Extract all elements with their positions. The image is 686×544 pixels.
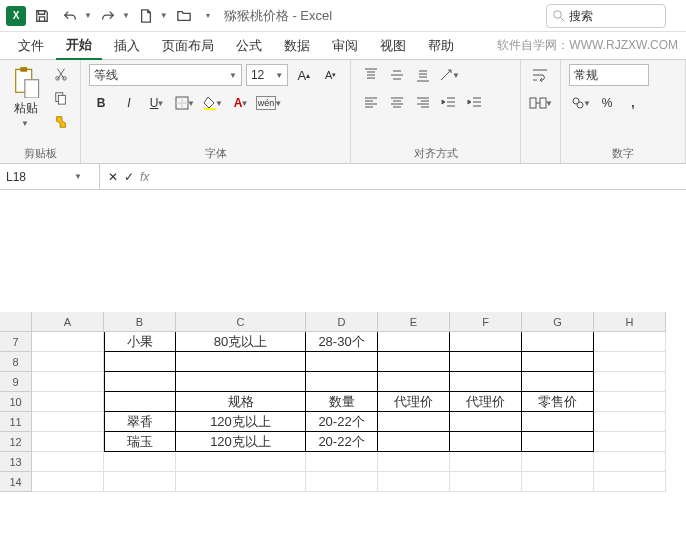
- col-header[interactable]: B: [104, 312, 176, 332]
- format-painter-button[interactable]: [50, 112, 72, 132]
- italic-button[interactable]: I: [117, 92, 141, 114]
- undo-dropdown-icon[interactable]: ▼: [84, 11, 92, 20]
- cell[interactable]: 代理价: [378, 392, 450, 412]
- col-header[interactable]: C: [176, 312, 306, 332]
- copy-button[interactable]: [50, 88, 72, 108]
- tab-review[interactable]: 审阅: [322, 33, 368, 59]
- col-header[interactable]: H: [594, 312, 666, 332]
- tab-layout[interactable]: 页面布局: [152, 33, 224, 59]
- paste-button[interactable]: 粘贴 ▼: [8, 64, 44, 132]
- cell[interactable]: [594, 372, 666, 392]
- tab-insert[interactable]: 插入: [104, 33, 150, 59]
- row-header[interactable]: 11: [0, 412, 32, 432]
- cell[interactable]: [306, 452, 378, 472]
- font-name-combo[interactable]: 等线▼: [89, 64, 242, 86]
- row-header[interactable]: 10: [0, 392, 32, 412]
- border-button[interactable]: ▼: [173, 92, 197, 114]
- cell[interactable]: [522, 332, 594, 352]
- cell[interactable]: [32, 332, 104, 352]
- col-header[interactable]: A: [32, 312, 104, 332]
- row-header[interactable]: 13: [0, 452, 32, 472]
- search-input[interactable]: 搜索: [546, 4, 666, 28]
- cell[interactable]: [32, 372, 104, 392]
- increase-font-button[interactable]: A▴: [292, 64, 315, 86]
- fill-color-button[interactable]: ▼: [201, 92, 225, 114]
- cell[interactable]: [306, 352, 378, 372]
- tab-formulas[interactable]: 公式: [226, 33, 272, 59]
- redo-dropdown-icon[interactable]: ▼: [122, 11, 130, 20]
- col-header[interactable]: G: [522, 312, 594, 332]
- cell[interactable]: [594, 412, 666, 432]
- tab-file[interactable]: 文件: [8, 33, 54, 59]
- tab-help[interactable]: 帮助: [418, 33, 464, 59]
- font-color-button[interactable]: A▼: [229, 92, 253, 114]
- cell[interactable]: [378, 472, 450, 492]
- cell[interactable]: 瑞玉: [104, 432, 176, 452]
- tab-data[interactable]: 数据: [274, 33, 320, 59]
- cell[interactable]: [594, 332, 666, 352]
- merge-button[interactable]: ▼: [529, 92, 553, 114]
- cell[interactable]: 120克以上: [176, 432, 306, 452]
- row-header[interactable]: 14: [0, 472, 32, 492]
- cell[interactable]: [104, 352, 176, 372]
- cell[interactable]: 120克以上: [176, 412, 306, 432]
- cell[interactable]: [306, 372, 378, 392]
- cell[interactable]: [522, 412, 594, 432]
- confirm-formula-icon[interactable]: ✓: [124, 170, 134, 184]
- decrease-font-button[interactable]: A▾: [319, 64, 342, 86]
- percent-button[interactable]: %: [595, 92, 619, 114]
- new-file-button[interactable]: [134, 4, 158, 28]
- cell[interactable]: [450, 412, 522, 432]
- row-header[interactable]: 9: [0, 372, 32, 392]
- col-header[interactable]: D: [306, 312, 378, 332]
- cell[interactable]: 零售价: [522, 392, 594, 412]
- qat-overflow-icon[interactable]: ▾: [206, 11, 210, 20]
- cell[interactable]: [32, 432, 104, 452]
- cell[interactable]: [378, 432, 450, 452]
- cell[interactable]: [32, 392, 104, 412]
- cell[interactable]: [450, 452, 522, 472]
- cell[interactable]: [378, 452, 450, 472]
- new-dropdown-icon[interactable]: ▼: [160, 11, 168, 20]
- align-top-button[interactable]: [359, 64, 383, 86]
- phonetic-button[interactable]: wén▼: [257, 92, 281, 114]
- cell[interactable]: [450, 432, 522, 452]
- cell[interactable]: [378, 352, 450, 372]
- cell[interactable]: [594, 432, 666, 452]
- cell[interactable]: [104, 392, 176, 412]
- row-header[interactable]: 12: [0, 432, 32, 452]
- cell[interactable]: [32, 452, 104, 472]
- cell[interactable]: [594, 392, 666, 412]
- cell[interactable]: [32, 412, 104, 432]
- align-bottom-button[interactable]: [411, 64, 435, 86]
- col-header[interactable]: F: [450, 312, 522, 332]
- cell[interactable]: [176, 452, 306, 472]
- align-right-button[interactable]: [411, 92, 435, 114]
- font-size-combo[interactable]: 12▼: [246, 64, 288, 86]
- cell[interactable]: 20-22个: [306, 432, 378, 452]
- cancel-formula-icon[interactable]: ✕: [108, 170, 118, 184]
- cell[interactable]: 翠香: [104, 412, 176, 432]
- save-button[interactable]: [30, 4, 54, 28]
- cell[interactable]: [104, 452, 176, 472]
- name-box-input[interactable]: [6, 170, 76, 184]
- cell[interactable]: 小果: [104, 332, 176, 352]
- cell[interactable]: [378, 372, 450, 392]
- bold-button[interactable]: B: [89, 92, 113, 114]
- paste-dropdown-icon[interactable]: ▼: [21, 119, 29, 128]
- cell[interactable]: [32, 352, 104, 372]
- cell[interactable]: [450, 372, 522, 392]
- cell[interactable]: [378, 332, 450, 352]
- tab-home[interactable]: 开始: [56, 32, 102, 60]
- name-box-dropdown-icon[interactable]: ▼: [74, 172, 82, 181]
- cell[interactable]: 28-30个: [306, 332, 378, 352]
- undo-button[interactable]: [58, 4, 82, 28]
- cell[interactable]: [594, 472, 666, 492]
- number-format-combo[interactable]: 常规: [569, 64, 649, 86]
- name-box[interactable]: ▼: [0, 164, 100, 190]
- accounting-format-button[interactable]: ▼: [569, 92, 593, 114]
- underline-button[interactable]: U▼: [145, 92, 169, 114]
- fx-icon[interactable]: fx: [140, 170, 149, 184]
- cell[interactable]: 80克以上: [176, 332, 306, 352]
- comma-button[interactable]: ,: [621, 92, 645, 114]
